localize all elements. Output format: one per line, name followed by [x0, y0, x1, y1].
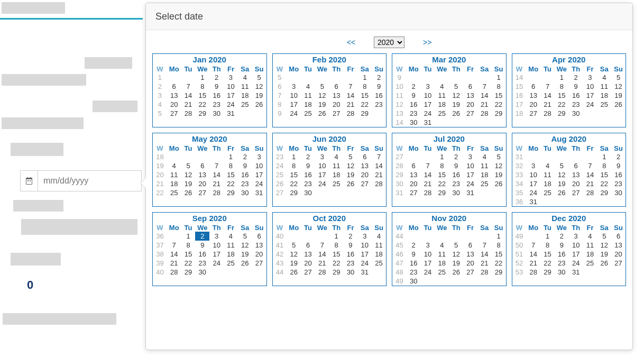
day-cell[interactable]: 31 — [569, 268, 583, 277]
day-cell[interactable]: 31 — [252, 188, 266, 197]
day-cell[interactable]: 15 — [329, 250, 344, 259]
year-select[interactable]: 20182019202020212022 — [374, 36, 404, 48]
day-cell[interactable]: 18 — [224, 250, 238, 259]
day-cell[interactable]: 7 — [583, 161, 597, 170]
day-cell[interactable]: 21 — [477, 259, 492, 268]
day-cell[interactable]: 9 — [407, 91, 421, 100]
day-cell[interactable]: 10 — [463, 161, 477, 170]
day-cell[interactable]: 4 — [301, 82, 315, 91]
day-cell[interactable]: 2 — [301, 152, 315, 161]
day-cell[interactable]: 24 — [569, 259, 583, 268]
day-cell[interactable]: 13 — [407, 170, 421, 179]
day-cell[interactable]: 29 — [181, 268, 196, 277]
day-cell[interactable]: 4 — [224, 232, 238, 241]
day-cell[interactable]: 9 — [372, 82, 386, 91]
day-cell[interactable]: 23 — [195, 259, 209, 268]
day-cell[interactable]: 12 — [555, 170, 569, 179]
day-cell[interactable]: 14 — [526, 250, 540, 259]
next-year-button[interactable]: >> — [423, 38, 431, 47]
day-cell[interactable]: 4 — [583, 232, 597, 241]
day-cell[interactable]: 15 — [555, 91, 569, 100]
day-cell[interactable]: 14 — [421, 170, 435, 179]
day-cell[interactable]: 25 — [540, 188, 555, 197]
day-cell[interactable]: 2 — [569, 73, 583, 82]
day-cell[interactable]: 1 — [555, 73, 569, 82]
day-cell[interactable]: 6 — [526, 82, 540, 91]
day-cell[interactable]: 10 — [315, 161, 329, 170]
day-cell[interactable]: 3 — [224, 73, 238, 82]
day-cell[interactable]: 31 — [526, 197, 540, 206]
day-cell[interactable]: 18 — [238, 91, 252, 100]
day-cell[interactable]: 9 — [611, 161, 625, 170]
day-cell[interactable]: 17 — [252, 170, 266, 179]
day-cell[interactable]: 8 — [555, 82, 569, 91]
day-cell[interactable]: 22 — [492, 100, 506, 109]
day-cell[interactable]: 19 — [449, 259, 463, 268]
day-cell[interactable]: 20 — [252, 250, 266, 259]
day-cell[interactable]: 7 — [540, 82, 555, 91]
day-cell[interactable]: 16 — [449, 170, 463, 179]
day-cell[interactable]: 11 — [597, 82, 611, 91]
day-cell[interactable]: 23 — [344, 259, 358, 268]
day-cell[interactable]: 24 — [421, 268, 435, 277]
day-cell[interactable]: 8 — [329, 241, 344, 250]
day-cell[interactable]: 10 — [569, 241, 583, 250]
day-cell[interactable]: 23 — [238, 179, 252, 188]
day-cell[interactable]: 3 — [583, 73, 597, 82]
day-cell[interactable]: 28 — [181, 109, 196, 118]
day-cell[interactable]: 20 — [526, 100, 540, 109]
day-cell[interactable]: 14 — [167, 250, 181, 259]
day-cell[interactable]: 29 — [329, 268, 344, 277]
day-cell[interactable]: 24 — [526, 188, 540, 197]
day-cell[interactable]: 9 — [195, 241, 209, 250]
day-cell[interactable]: 21 — [372, 170, 386, 179]
day-cell[interactable]: 21 — [583, 179, 597, 188]
day-cell[interactable]: 3 — [357, 232, 372, 241]
day-cell[interactable]: 13 — [167, 91, 181, 100]
day-cell[interactable]: 28 — [344, 109, 358, 118]
day-cell[interactable]: 4 — [167, 161, 181, 170]
day-cell[interactable]: 26 — [287, 268, 301, 277]
day-cell[interactable]: 31 — [224, 109, 238, 118]
day-cell[interactable]: 22 — [555, 100, 569, 109]
day-cell[interactable]: 25 — [597, 100, 611, 109]
day-cell[interactable]: 31 — [421, 118, 435, 127]
day-cell[interactable]: 3 — [421, 241, 435, 250]
day-cell[interactable]: 3 — [315, 152, 329, 161]
day-cell[interactable]: 30 — [238, 188, 252, 197]
day-cell[interactable]: 23 — [569, 100, 583, 109]
day-cell[interactable]: 4 — [540, 161, 555, 170]
day-cell[interactable]: 30 — [195, 268, 209, 277]
day-cell[interactable]: 20 — [167, 100, 181, 109]
day-cell[interactable]: 10 — [224, 82, 238, 91]
day-cell[interactable]: 12 — [492, 161, 506, 170]
day-cell[interactable]: 18 — [301, 100, 315, 109]
day-cell[interactable]: 28 — [583, 188, 597, 197]
day-cell[interactable]: 27 — [167, 109, 181, 118]
day-cell[interactable]: 8 — [492, 82, 506, 91]
day-cell[interactable]: 13 — [611, 241, 625, 250]
day-cell[interactable]: 26 — [252, 100, 266, 109]
day-cell[interactable]: 9 — [555, 241, 569, 250]
day-cell[interactable]: 6 — [569, 161, 583, 170]
day-cell[interactable]: 11 — [329, 161, 344, 170]
day-cell[interactable]: 19 — [238, 250, 252, 259]
day-cell[interactable]: 11 — [435, 250, 449, 259]
day-cell[interactable]: 13 — [463, 250, 477, 259]
day-cell[interactable]: 12 — [315, 91, 329, 100]
calendar-icon[interactable] — [20, 170, 38, 191]
day-cell[interactable]: 23 — [209, 100, 224, 109]
day-cell[interactable]: 18 — [597, 91, 611, 100]
day-cell[interactable]: 20 — [329, 100, 344, 109]
day-cell[interactable]: 12 — [449, 250, 463, 259]
day-cell[interactable]: 17 — [583, 91, 597, 100]
day-cell[interactable]: 1 — [287, 152, 301, 161]
day-cell[interactable]: 24 — [252, 179, 266, 188]
day-cell[interactable]: 13 — [357, 161, 372, 170]
day-cell[interactable]: 20 — [463, 259, 477, 268]
day-cell[interactable]: 29 — [597, 188, 611, 197]
day-cell[interactable]: 23 — [449, 179, 463, 188]
day-cell[interactable]: 29 — [357, 109, 372, 118]
day-cell[interactable]: 17 — [526, 179, 540, 188]
day-cell[interactable]: 17 — [224, 91, 238, 100]
